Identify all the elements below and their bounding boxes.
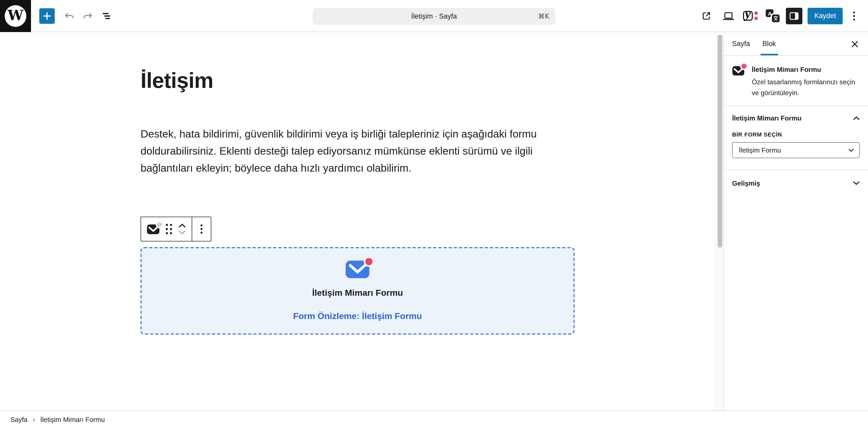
advanced-panel-header[interactable]: Gelişmiş <box>724 170 868 196</box>
block-card-badge-dot <box>741 64 747 69</box>
move-down-button[interactable] <box>178 230 186 235</box>
block-options-button[interactable] <box>200 224 203 234</box>
tab-sayfa[interactable]: Sayfa <box>726 32 756 55</box>
tab-blok[interactable]: Blok <box>756 32 782 55</box>
editor-top-bar: W İletişim · Sayfa ⌘K <box>0 0 868 32</box>
block-type-button[interactable] <box>147 224 160 234</box>
document-breadcrumb-bar: Sayfa › İletişim Mimarı Formu <box>0 411 868 440</box>
form-select-value: İletişim Formu <box>739 146 781 154</box>
close-icon <box>851 40 859 48</box>
settings-sidebar-toggle[interactable] <box>786 7 802 24</box>
plus-icon <box>42 11 52 21</box>
wordpress-block-editor: W İletişim · Sayfa ⌘K <box>0 0 868 440</box>
redo-button[interactable] <box>79 6 97 25</box>
paragraph-block[interactable]: Destek, hata bildirimi, güvenlik bildiri… <box>141 125 575 176</box>
block-card: İletişim Mimarı Formu Özel tasarlanmış f… <box>724 56 868 106</box>
form-block-envelope-icon <box>346 260 369 278</box>
chevron-up-icon <box>178 223 186 228</box>
yoast-seo-button[interactable]: y <box>741 6 760 25</box>
translate-icon: A <box>766 9 780 22</box>
list-view-icon <box>101 10 112 22</box>
view-site-button[interactable] <box>697 6 716 25</box>
preview-button[interactable] <box>719 6 738 25</box>
top-bar-actions: y A Kaydet <box>697 6 868 25</box>
list-view-button[interactable] <box>97 6 116 25</box>
save-button[interactable]: Kaydet <box>808 7 843 24</box>
kebab-menu-icon <box>200 224 203 234</box>
breadcrumb-page[interactable]: Sayfa <box>10 416 28 423</box>
form-select-label: BİR FORM SEÇİN <box>732 131 860 138</box>
translate-button[interactable]: A <box>764 6 782 25</box>
chevron-down-icon <box>853 181 860 185</box>
drag-handle[interactable] <box>166 224 172 234</box>
undo-button[interactable] <box>60 6 79 25</box>
kebab-menu-icon <box>852 10 856 21</box>
block-toolbar <box>141 217 211 241</box>
wordpress-logo-button[interactable]: W <box>0 0 31 32</box>
form-panel-header[interactable]: İletişim Mimarı Formu <box>724 106 868 130</box>
form-panel-title: İletişim Mimarı Formu <box>732 114 802 122</box>
editor-canvas: İletişim Destek, hata bildirimi, güvenli… <box>0 32 723 411</box>
notification-dot <box>365 258 373 265</box>
canvas-scrollbar-track[interactable] <box>716 32 723 411</box>
toolbar-badge-dot <box>157 222 162 227</box>
page-title-block[interactable]: İletişim <box>141 32 575 93</box>
block-card-text: İletişim Mimarı Formu Özel tasarlanmış f… <box>752 64 860 98</box>
form-panel-body: BİR FORM SEÇİN İletişim Formu <box>724 130 868 170</box>
advanced-panel-title: Gelişmiş <box>732 179 760 187</box>
yoast-icon: y <box>743 9 758 22</box>
chevron-down-icon <box>848 148 854 152</box>
contact-form-block[interactable]: İletişim Mimarı Formu Form Önizleme: İle… <box>141 247 575 334</box>
wordpress-logo-icon: W <box>5 5 26 27</box>
chevron-up-icon <box>853 116 860 120</box>
laptop-icon <box>722 10 735 22</box>
command-center-bar[interactable]: İletişim · Sayfa ⌘K <box>313 8 555 25</box>
block-inserter-button[interactable] <box>39 8 55 24</box>
settings-sidebar: Sayfa Blok İletişim Mimarı Formu Özel ta… <box>723 32 868 411</box>
block-movers <box>178 223 186 235</box>
block-toolbar-options-group <box>192 217 211 241</box>
redo-icon <box>82 10 94 21</box>
chevron-down-icon <box>178 230 186 235</box>
breadcrumb-separator-icon: › <box>33 416 35 423</box>
block-toolbar-main-group <box>141 217 191 241</box>
document-title: İletişim · Sayfa <box>313 12 555 20</box>
form-select[interactable]: İletişim Formu <box>732 142 860 158</box>
command-shortcut: ⌘K <box>538 12 549 20</box>
block-card-description: Özel tasarlanmış formlarınızı seçin ve g… <box>752 77 860 98</box>
form-preview-link[interactable]: Form Önizleme: İletişim Formu <box>293 311 422 321</box>
options-menu-button[interactable] <box>846 6 862 25</box>
canvas-scrollbar-thumb[interactable] <box>717 35 722 248</box>
close-sidebar-button[interactable] <box>846 36 863 52</box>
external-link-icon <box>701 10 712 22</box>
block-card-envelope-icon <box>732 66 745 76</box>
breadcrumb-current-block[interactable]: İletişim Mimarı Formu <box>40 416 105 423</box>
block-card-title: İletişim Mimarı Formu <box>752 66 860 74</box>
sidebar-tabs: Sayfa Blok <box>724 32 868 56</box>
post-content: İletişim Destek, hata bildirimi, güvenli… <box>141 32 575 334</box>
screenshot: W İletişim · Sayfa ⌘K <box>0 0 868 440</box>
sidebar-panel-icon <box>788 10 800 22</box>
selected-block-container: İletişim Mimarı Formu Form Önizleme: İle… <box>141 247 575 334</box>
move-up-button[interactable] <box>178 223 186 228</box>
undo-icon <box>64 10 75 21</box>
form-block-title: İletişim Mimarı Formu <box>312 288 403 298</box>
